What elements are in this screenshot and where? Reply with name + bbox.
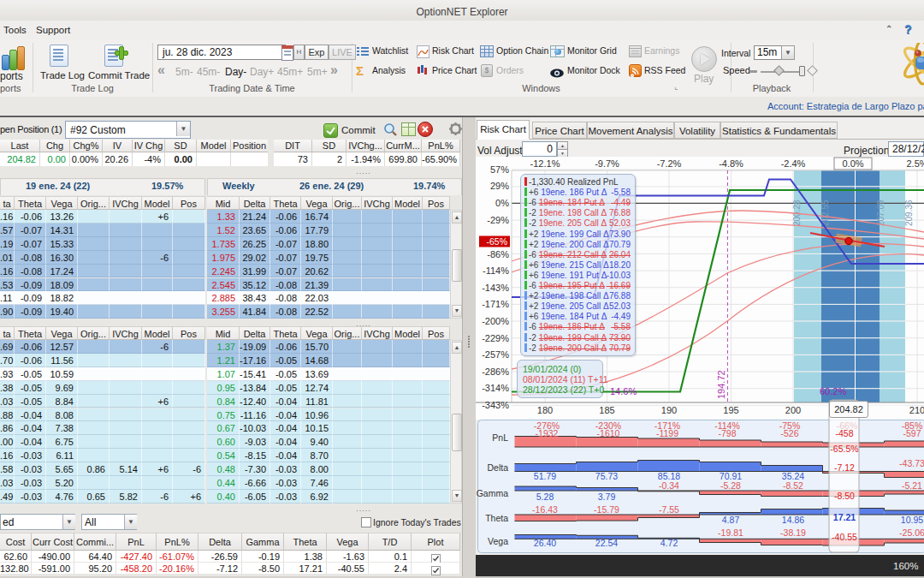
- svg-text:-8.50: -8.50: [834, 491, 855, 501]
- svg-text:-114%: -114%: [483, 265, 509, 276]
- svg-text:Gamma: Gamma: [477, 488, 509, 498]
- svg-text:Theta: Theta: [485, 513, 508, 523]
- svg-text:17.21: 17.21: [833, 512, 856, 522]
- svg-text:26.40: 26.40: [534, 538, 556, 548]
- svg-text:-458: -458: [835, 428, 853, 438]
- svg-text:-2.4%: -2.4%: [781, 158, 806, 169]
- svg-text:-314%: -314%: [482, 383, 509, 393]
- svg-text:-200%: -200%: [482, 316, 509, 326]
- svg-text:-143%: -143%: [482, 283, 509, 293]
- svg-text:-43.73: -43.73: [899, 458, 924, 468]
- svg-text:-7.2%: -7.2%: [657, 158, 682, 169]
- svg-text:-7.12: -7.12: [834, 462, 855, 473]
- svg-text:-1610: -1610: [597, 428, 620, 438]
- svg-text:14.86: 14.86: [782, 515, 804, 525]
- svg-text:207.09: 207.09: [876, 200, 886, 226]
- svg-text:-4.8%: -4.8%: [719, 158, 743, 169]
- svg-text:-40.55: -40.55: [832, 532, 857, 542]
- svg-text:-257%: -257%: [482, 349, 509, 360]
- svg-text:4.87: 4.87: [722, 515, 740, 525]
- svg-text:-597: -597: [903, 428, 921, 438]
- svg-text:29%: 29%: [490, 181, 509, 191]
- svg-text:57%: 57%: [490, 164, 509, 175]
- svg-text:-8.52: -8.52: [783, 480, 803, 491]
- svg-text:Delta: Delta: [487, 462, 508, 473]
- svg-text:-9.7%: -9.7%: [595, 158, 619, 169]
- svg-text:-7.55: -7.55: [659, 504, 679, 515]
- svg-text:-65%: -65%: [486, 236, 507, 247]
- svg-text:-171%: -171%: [482, 299, 509, 309]
- svg-text:5.28: 5.28: [536, 492, 554, 502]
- svg-text:-86%: -86%: [487, 249, 509, 259]
- svg-text:PnL: PnL: [492, 432, 508, 443]
- svg-text:-5.21: -5.21: [902, 480, 922, 491]
- svg-text:-15.79: -15.79: [594, 504, 619, 515]
- svg-text:-38.19: -38.19: [780, 527, 806, 538]
- svg-text:-29%: -29%: [487, 215, 509, 225]
- svg-text:-16.43: -16.43: [532, 504, 558, 515]
- svg-text:2.5%: 2.5%: [906, 158, 924, 169]
- svg-text:75.73: 75.73: [595, 471, 618, 481]
- svg-text:-798: -798: [718, 428, 736, 438]
- svg-text:51.79: 51.79: [534, 471, 556, 481]
- svg-text:Vega: Vega: [488, 536, 508, 546]
- svg-text:-65.5%: -65.5%: [830, 444, 858, 454]
- svg-text:22.54: 22.54: [595, 538, 618, 548]
- svg-text:-1932: -1932: [536, 428, 559, 438]
- svg-text:4.72: 4.72: [660, 538, 678, 548]
- svg-text:0%: 0%: [495, 198, 509, 208]
- svg-text:209.36: 209.36: [904, 200, 914, 226]
- svg-text:-229%: -229%: [482, 333, 509, 343]
- svg-text:-526: -526: [780, 428, 798, 438]
- svg-text:194.72: 194.72: [716, 370, 726, 399]
- svg-text:-25.06: -25.06: [899, 527, 924, 538]
- svg-text:-12.1%: -12.1%: [530, 158, 560, 169]
- svg-text:-5.28: -5.28: [720, 480, 741, 491]
- svg-text:0.0%: 0.0%: [842, 158, 863, 169]
- svg-text:10.95: 10.95: [901, 515, 923, 525]
- svg-text:-19.81: -19.81: [718, 527, 743, 538]
- svg-text:-1199: -1199: [656, 428, 678, 438]
- svg-text:3.79: 3.79: [598, 492, 616, 502]
- svg-text:-286%: -286%: [482, 366, 509, 377]
- svg-text:-0.34: -0.34: [659, 480, 679, 491]
